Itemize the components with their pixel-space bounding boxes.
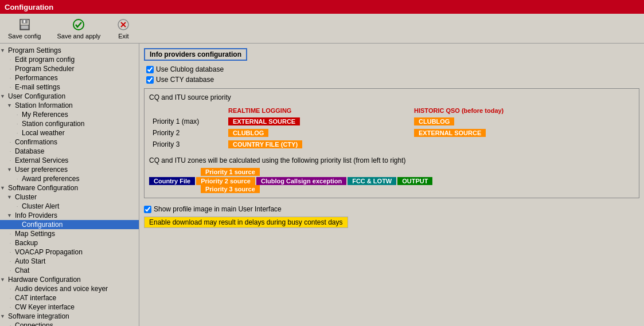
- sidebar-item-confirmations[interactable]: ·Confirmations: [0, 138, 139, 147]
- sidebar-item-cluster-alert[interactable]: ·Cluster Alert: [0, 202, 139, 211]
- leaf-dot: ·: [7, 250, 14, 255]
- save-config-label: Save config: [8, 33, 41, 40]
- sidebar-item-my-references[interactable]: ·My References: [0, 110, 139, 119]
- use-clublog-checkbox[interactable]: [146, 66, 154, 73]
- sidebar-label: Software integration: [7, 312, 69, 320]
- sidebar-item-configuration[interactable]: ·Configuration: [0, 220, 139, 229]
- sidebar-label: My References: [21, 111, 68, 119]
- sidebar-label: Chat: [14, 266, 29, 274]
- sidebar-item-audio-devices[interactable]: ·Audio devices and voice keyer: [0, 284, 139, 293]
- leaf-dot: ·: [7, 323, 14, 327]
- p1-source-badge: Priority 1 source: [201, 168, 260, 176]
- use-cty-label: Use CTY database: [156, 76, 214, 84]
- col-realtime-header: REALTIME LOGGING: [228, 107, 291, 114]
- leaf-dot: ·: [7, 140, 14, 145]
- leaf-dot: ·: [7, 76, 14, 81]
- title-label: Configuration: [5, 3, 53, 11]
- content-area: Info providers configuration Use Clublog…: [139, 44, 644, 326]
- leaf-dot: ·: [14, 112, 21, 117]
- priority-label-3: Priority 3: [150, 139, 225, 150]
- sidebar-item-program-scheduler[interactable]: ·Program Scheduler: [0, 64, 139, 73]
- sidebar-label: Cluster Alert: [21, 202, 59, 210]
- expand-icon: ▼: [7, 213, 14, 218]
- sidebar-label: Audio devices and voice keyer: [14, 285, 108, 293]
- sidebar-item-software-configuration[interactable]: ▼Software Configuration: [0, 183, 139, 193]
- sidebar-item-backup[interactable]: ·Backup: [0, 238, 139, 248]
- sidebar-item-info-providers[interactable]: ▼Info Providers: [0, 211, 139, 220]
- sidebar-label: User Configuration: [7, 92, 65, 100]
- realtime-badge-3: COUNTRY FILE (CTY): [228, 140, 302, 148]
- priority-label-1: Priority 1 (max): [150, 116, 225, 127]
- sidebar-label: Backup: [14, 239, 38, 247]
- save-apply-icon: [72, 18, 85, 32]
- sidebar-label: Program Settings: [7, 46, 61, 54]
- use-clublog-label: Use Clublog database: [156, 65, 224, 73]
- sidebar-item-station-information[interactable]: ▼Station Information: [0, 101, 139, 110]
- p2-source-badge: Priority 2 source: [196, 177, 255, 185]
- leaf-dot: ·: [7, 268, 14, 273]
- leaf-dot: ·: [14, 176, 21, 182]
- country-file-badge: Country File: [149, 177, 195, 185]
- leaf-dot: ·: [7, 259, 14, 264]
- panel-title: Info providers configuration: [144, 48, 247, 61]
- sidebar-label: Database: [14, 147, 44, 155]
- priority-label-2: Priority 2: [150, 128, 225, 138]
- sidebar-item-local-weather[interactable]: ·Local weather: [0, 128, 139, 138]
- leaf-dot: ·: [14, 121, 21, 127]
- leaf-dot: ·: [7, 296, 14, 301]
- sidebar-item-station-configuration[interactable]: ·Station configuration: [0, 119, 139, 128]
- priority-row-1: Priority 1 (max) EXTERNAL SOURCE CLUBLOG: [150, 116, 633, 127]
- sidebar-label: Map Settings: [14, 230, 55, 238]
- sidebar-item-user-preferences[interactable]: ▼User preferences: [0, 165, 139, 174]
- sidebar-item-cw-keyer-interface[interactable]: ·CW Keyer interface: [0, 303, 139, 312]
- sidebar-item-award-preferences[interactable]: ·Award preferences: [0, 174, 139, 183]
- leaf-dot: ·: [7, 286, 14, 292]
- historic-badge-2: EXTERNAL SOURCE: [414, 129, 486, 137]
- svg-rect-3: [24, 20, 25, 23]
- sidebar-label: Performances: [14, 74, 58, 82]
- sidebar-item-program-settings[interactable]: ▼Program Settings: [0, 46, 139, 55]
- leaf-dot: ·: [7, 305, 14, 310]
- use-cty-checkbox[interactable]: [146, 76, 154, 84]
- leaf-dot: ·: [7, 57, 14, 62]
- svg-rect-2: [21, 25, 29, 29]
- leaf-dot: ·: [7, 149, 14, 154]
- sidebar-item-database[interactable]: ·Database: [0, 147, 139, 156]
- save-config-icon: [18, 18, 32, 32]
- leaf-dot: ·: [14, 222, 21, 227]
- expand-icon: ▼: [0, 93, 7, 99]
- sidebar-item-cat-interface[interactable]: ·CAT interface: [0, 293, 139, 303]
- sidebar-item-cluster[interactable]: ▼Cluster: [0, 193, 139, 202]
- cq-itu-section: CQ and ITU source priority REALTIME LOGG…: [144, 88, 639, 198]
- save-config-button[interactable]: Save config: [5, 17, 44, 41]
- sidebar-item-edit-program-config[interactable]: ·Edit program config: [0, 55, 139, 64]
- leaf-dot: ·: [7, 66, 14, 72]
- sidebar-label: Edit program config: [14, 56, 75, 64]
- sidebar-label: Auto Start: [14, 257, 45, 265]
- sidebar-item-email-settings[interactable]: ·E-mail settings: [0, 83, 139, 92]
- use-cty-row: Use CTY database: [144, 76, 639, 84]
- expand-icon: ▼: [7, 103, 14, 108]
- expand-icon: ▼: [0, 277, 7, 282]
- sidebar-item-voacap-propagation[interactable]: ·VOACAP Propagation: [0, 248, 139, 257]
- sidebar-item-performances[interactable]: ·Performances: [0, 73, 139, 83]
- priority-table: REALTIME LOGGING HISTORIC QSO (before to…: [149, 105, 634, 151]
- expand-icon: ▼: [7, 167, 14, 172]
- realtime-badge-1: EXTERNAL SOURCE: [228, 117, 300, 125]
- sidebar-label: Confirmations: [14, 138, 57, 146]
- exit-button[interactable]: Exit: [113, 17, 134, 41]
- cq-itu-title: CQ and ITU source priority: [149, 93, 634, 101]
- priority-row-2: Priority 2 CLUBLOG EXTERNAL SOURCE: [150, 128, 633, 138]
- sidebar-item-user-configuration[interactable]: ▼User Configuration: [0, 92, 139, 101]
- sidebar-item-chat[interactable]: ·Chat: [0, 266, 139, 275]
- sidebar-item-auto-start[interactable]: ·Auto Start: [0, 257, 139, 266]
- sidebar-item-external-services[interactable]: ·External Services: [0, 156, 139, 165]
- toolbar: Save config Save and apply Exit: [0, 14, 644, 44]
- sidebar-item-hardware-configuration[interactable]: ▼Hardware Configuration: [0, 275, 139, 284]
- sidebar-item-software-integration[interactable]: ▼Software integration: [0, 312, 139, 321]
- sidebar-label: Configuration: [21, 221, 63, 229]
- show-profile-checkbox[interactable]: [144, 206, 151, 213]
- save-and-apply-button[interactable]: Save and apply: [53, 17, 104, 41]
- sidebar-item-map-settings[interactable]: ·Map Settings: [0, 229, 139, 238]
- sidebar-item-connections[interactable]: ·Connections: [0, 321, 139, 326]
